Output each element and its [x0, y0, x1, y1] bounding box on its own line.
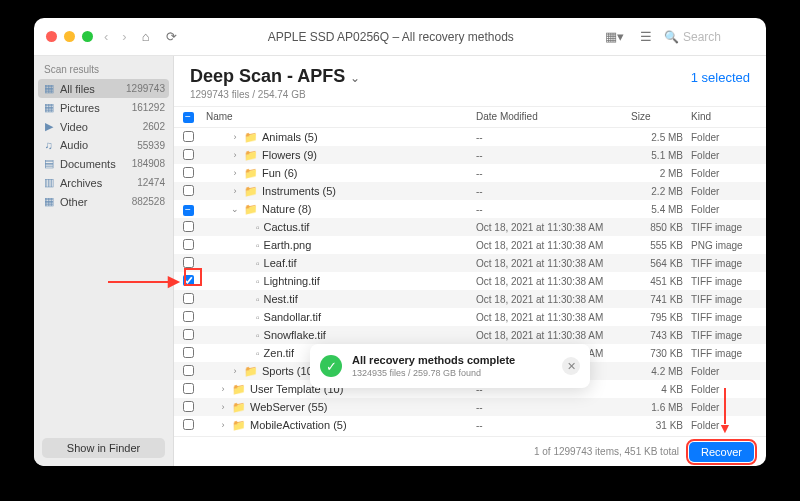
table-row[interactable]: ›📁WebServer (55)--1.6 MBFolder	[174, 398, 766, 416]
sidebar: Scan results ▦All files1299743▦Pictures1…	[34, 56, 174, 466]
refresh-icon[interactable]: ⟳	[162, 29, 181, 44]
table-row[interactable]: ▫Leaf.tifOct 18, 2021 at 11:30:38 AM564 …	[174, 254, 766, 272]
row-checkbox[interactable]	[183, 383, 194, 394]
sidebar-icon: ▶	[42, 120, 55, 133]
sidebar-item-pictures[interactable]: ▦Pictures161292	[34, 98, 173, 117]
popup-close-icon[interactable]: ✕	[562, 357, 580, 375]
scan-title: Deep Scan - APFS	[190, 66, 345, 86]
row-checkbox[interactable]	[183, 149, 194, 160]
disclosure-icon[interactable]: ⌄	[230, 204, 240, 214]
row-checkbox[interactable]	[183, 221, 194, 232]
table-row[interactable]: ▫Lightning.tifOct 18, 2021 at 11:30:38 A…	[174, 272, 766, 290]
recover-button[interactable]: Recover	[689, 442, 754, 462]
view-options-icon[interactable]: ▦▾	[601, 29, 628, 44]
popup-title: All recovery methods complete	[352, 354, 515, 366]
traffic-lights	[46, 31, 93, 42]
disclosure-icon[interactable]: ›	[230, 168, 240, 178]
disclosure-icon[interactable]: ›	[230, 150, 240, 160]
file-icon: ▫	[256, 276, 260, 287]
row-checkbox[interactable]	[183, 257, 194, 268]
disclosure-icon[interactable]: ›	[230, 132, 240, 142]
row-checkbox[interactable]	[183, 167, 194, 178]
table-row[interactable]: ›📁Instruments (5)--2.2 MBFolder	[174, 182, 766, 200]
folder-icon: 📁	[244, 167, 258, 180]
file-icon: ▫	[256, 240, 260, 251]
sidebar-icon: ♫	[42, 139, 55, 151]
folder-icon: 📁	[244, 185, 258, 198]
sidebar-item-video[interactable]: ▶Video2602	[34, 117, 173, 136]
file-icon: ▫	[256, 294, 260, 305]
row-checkbox[interactable]	[183, 347, 194, 358]
table-row[interactable]: ▫Sandollar.tifOct 18, 2021 at 11:30:38 A…	[174, 308, 766, 326]
disclosure-icon[interactable]: ›	[230, 366, 240, 376]
file-icon: ▫	[256, 222, 260, 233]
search-field[interactable]: 🔍 Search	[664, 30, 754, 44]
scan-subtitle: 1299743 files / 254.74 GB	[190, 89, 750, 100]
folder-icon: 📁	[232, 419, 246, 432]
row-checkbox[interactable]: −	[183, 205, 194, 216]
app-window: ‹ › ⌂ ⟳ APPLE SSD AP0256Q – All recovery…	[34, 18, 766, 466]
filter-icon[interactable]: ☰	[636, 29, 656, 44]
col-size[interactable]: Size	[631, 111, 691, 123]
table-row[interactable]: ▫Nest.tifOct 18, 2021 at 11:30:38 AM741 …	[174, 290, 766, 308]
popup-subtitle: 1324935 files / 259.78 GB found	[352, 368, 481, 378]
annotation-arrow-left: ▶	[108, 272, 180, 290]
disclosure-icon[interactable]: ›	[218, 420, 228, 430]
main-panel: 1 selected Deep Scan - APFS ⌄ 1299743 fi…	[174, 56, 766, 466]
sidebar-item-documents[interactable]: ▤Documents184908	[34, 154, 173, 173]
minimize-window-icon[interactable]	[64, 31, 75, 42]
show-in-finder-button[interactable]: Show in Finder	[42, 438, 165, 458]
table-row[interactable]: −⌄📁Nature (8)--5.4 MBFolder	[174, 200, 766, 218]
row-checkbox[interactable]	[183, 401, 194, 412]
sidebar-item-audio[interactable]: ♫Audio55939	[34, 136, 173, 154]
table-row[interactable]: ›📁Animals (5)--2.5 MBFolder	[174, 128, 766, 146]
col-name[interactable]: Name	[202, 111, 476, 123]
select-all-checkbox[interactable]: −	[183, 112, 194, 123]
disclosure-icon[interactable]: ›	[230, 186, 240, 196]
folder-icon: 📁	[244, 365, 258, 378]
window-title: APPLE SSD AP0256Q – All recovery methods	[189, 30, 593, 44]
disclosure-icon[interactable]: ›	[218, 402, 228, 412]
sidebar-icon: ▤	[42, 157, 55, 170]
zoom-window-icon[interactable]	[82, 31, 93, 42]
row-checkbox[interactable]	[183, 131, 194, 142]
col-kind[interactable]: Kind	[691, 111, 766, 123]
table-row[interactable]: ▫Earth.pngOct 18, 2021 at 11:30:38 AM555…	[174, 236, 766, 254]
home-icon[interactable]: ⌂	[138, 29, 154, 44]
forward-button[interactable]: ›	[119, 29, 129, 44]
row-checkbox[interactable]	[183, 185, 194, 196]
search-icon: 🔍	[664, 30, 679, 44]
disclosure-icon[interactable]: ›	[218, 384, 228, 394]
row-checkbox[interactable]	[183, 311, 194, 322]
file-icon: ▫	[256, 348, 260, 359]
row-checkbox[interactable]	[183, 293, 194, 304]
column-headers: − Name Date Modified Size Kind	[174, 106, 766, 128]
table-row[interactable]: ›📁Flowers (9)--5.1 MBFolder	[174, 146, 766, 164]
file-icon: ▫	[256, 258, 260, 269]
row-checkbox[interactable]	[183, 239, 194, 250]
close-window-icon[interactable]	[46, 31, 57, 42]
sidebar-icon: ▦	[42, 82, 55, 95]
file-list: ›📁Animals (5)--2.5 MBFolder›📁Flowers (9)…	[174, 128, 766, 436]
row-checkbox[interactable]	[183, 365, 194, 376]
success-check-icon: ✓	[320, 355, 342, 377]
row-checkbox[interactable]	[183, 419, 194, 430]
title-dropdown-icon[interactable]: ⌄	[350, 71, 360, 85]
annotation-highlight-box	[184, 268, 202, 286]
file-icon: ▫	[256, 330, 260, 341]
table-row[interactable]: ▫Cactus.tifOct 18, 2021 at 11:30:38 AM85…	[174, 218, 766, 236]
folder-icon: 📁	[232, 383, 246, 396]
annotation-arrow-down: ▼	[718, 388, 732, 432]
sidebar-item-archives[interactable]: ▥Archives12474	[34, 173, 173, 192]
col-date[interactable]: Date Modified	[476, 111, 631, 123]
sidebar-item-other[interactable]: ▦Other882528	[34, 192, 173, 211]
table-row[interactable]: ›📁Fun (6)--2 MBFolder	[174, 164, 766, 182]
back-button[interactable]: ‹	[101, 29, 111, 44]
table-row[interactable]: ▫Snowflake.tifOct 18, 2021 at 11:30:38 A…	[174, 326, 766, 344]
table-row[interactable]: ›📁MobileActivation (5)--31 KBFolder	[174, 416, 766, 434]
titlebar: ‹ › ⌂ ⟳ APPLE SSD AP0256Q – All recovery…	[34, 18, 766, 56]
sidebar-icon: ▥	[42, 176, 55, 189]
row-checkbox[interactable]	[183, 329, 194, 340]
footer: 1 of 1299743 items, 451 KB total Recover	[174, 436, 766, 466]
sidebar-item-all-files[interactable]: ▦All files1299743	[38, 79, 169, 98]
